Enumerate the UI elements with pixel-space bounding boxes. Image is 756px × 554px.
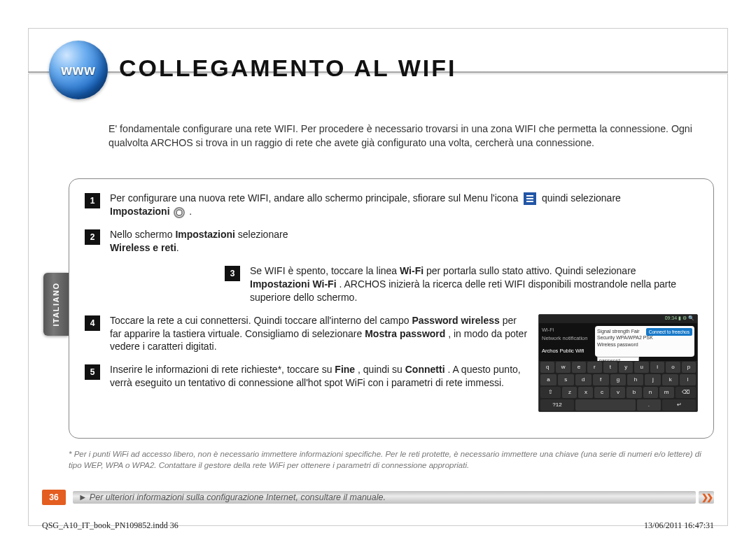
print-timestamp: 13/06/2011 16:47:31	[644, 520, 714, 531]
www-globe-icon: www	[49, 41, 108, 99]
footnote: * Per i punti WiFi ad accesso libero, no…	[69, 449, 714, 471]
step3-bold-wifi: Wi-Fi	[400, 265, 424, 276]
step5-bold-connetti: Connetti	[405, 364, 445, 375]
page-title: COLLEGAMENTO AL WIFI	[119, 55, 456, 82]
ms-statusbar: 09:34 ▮ ⚙ 🔍	[539, 315, 697, 323]
step-1: 1 Per configurare una nuova rete WIFI, a…	[85, 192, 698, 218]
steps-4-5-row: 4 Toccare la rete a cui connettersi. Qui…	[85, 314, 698, 412]
step1-text-b: quindi selezionare	[542, 192, 621, 204]
step2-text-a: Nello schermo	[110, 229, 175, 240]
step-number-5: 5	[85, 364, 100, 380]
intro-paragraph: E' fondamentale configurare una rete WIF…	[108, 122, 707, 150]
step-number-2: 2	[85, 229, 100, 245]
print-filename: QSG_A10_IT_book_PN109852.indd 36	[42, 520, 178, 531]
step-2: 2 Nello schermo Impostazioni selezionare…	[85, 228, 698, 255]
page-number-badge: 36	[42, 490, 66, 505]
step-number-4: 4	[85, 315, 100, 331]
ms-notif-label: Network notification	[542, 334, 589, 343]
step2-bold-impostazioni: Impostazioni	[175, 229, 235, 240]
menu-icon	[524, 192, 536, 205]
step4-text-a: Toccare la rete a cui connettersi. Quind…	[110, 315, 412, 326]
step5-bold-fine: Fine	[335, 364, 355, 375]
ms-dialog: Connect to freechos Signal strength Fair…	[595, 326, 694, 357]
ms-sidebar: Wi-Fi Network notification Archos Public…	[539, 323, 592, 360]
step-3: 3 Se WIFI è spento, toccare la linea Wi-…	[85, 264, 698, 304]
ms-ssid: Archos Public Wifi	[542, 347, 589, 355]
ms-keyboard: qwertyuiop asdfghjkl ⇧zxcvbnm⌫ ?12.↵	[539, 361, 697, 411]
language-tab: ITALIANO	[43, 273, 69, 336]
step1-text-a: Per configurare una nuova rete WIFI, and…	[110, 192, 521, 204]
step-number-1: 1	[85, 193, 100, 208]
step4-bold-showpw: Mostra password	[365, 328, 445, 339]
step1-bold-impostazioni: Impostazioni	[110, 206, 170, 217]
ms-time: 09:34	[665, 315, 678, 320]
step4-bold-pwfield: Password wireless	[412, 315, 499, 326]
step3-text-b: per portarla sullo stato attivo. Quindi …	[426, 265, 636, 276]
footer-note: ► Per ulteriori informazioni sulla confi…	[73, 491, 696, 504]
gear-icon	[174, 207, 185, 218]
step3-text-a: Se WIFI è spento, toccare la linea	[250, 265, 400, 276]
footer-arrows-icon: ❯❯	[699, 491, 714, 504]
step-number-3: 3	[225, 266, 240, 281]
language-tab-label: ITALIANO	[52, 282, 60, 326]
device-screenshot: 09:34 ▮ ⚙ 🔍 Wi-Fi Network notification A…	[538, 314, 698, 412]
step5-text-a: Inserire le informazioni di rete richies…	[110, 364, 335, 375]
ms-connect-button: Connect to freechos	[646, 328, 692, 336]
steps-container: 1 Per configurare una nuova rete WIFI, a…	[69, 178, 714, 439]
ms-pw-label: Wireless password	[597, 341, 692, 348]
ms-wifi-label: Wi-Fi	[542, 326, 589, 334]
step3-bold-impwifi: Impostazioni Wi-Fi	[250, 278, 337, 290]
step5-text-c: , quindi su	[358, 364, 405, 375]
step-4: 4 Toccare la rete a cui connettersi. Qui…	[85, 314, 528, 354]
footer-bar: 36 ► Per ulteriori informazioni sulla co…	[42, 490, 714, 505]
print-metadata: QSG_A10_IT_book_PN109852.indd 36 13/06/2…	[42, 520, 714, 531]
step2-bold-wireless: Wireless e reti	[110, 242, 176, 253]
step-5: 5 Inserire le informazioni di rete richi…	[85, 363, 528, 390]
ms-security: Security WPA/WPA2 PSK	[597, 334, 692, 341]
globe-label: www	[61, 62, 96, 78]
step2-text-c: selezionare	[238, 229, 288, 240]
